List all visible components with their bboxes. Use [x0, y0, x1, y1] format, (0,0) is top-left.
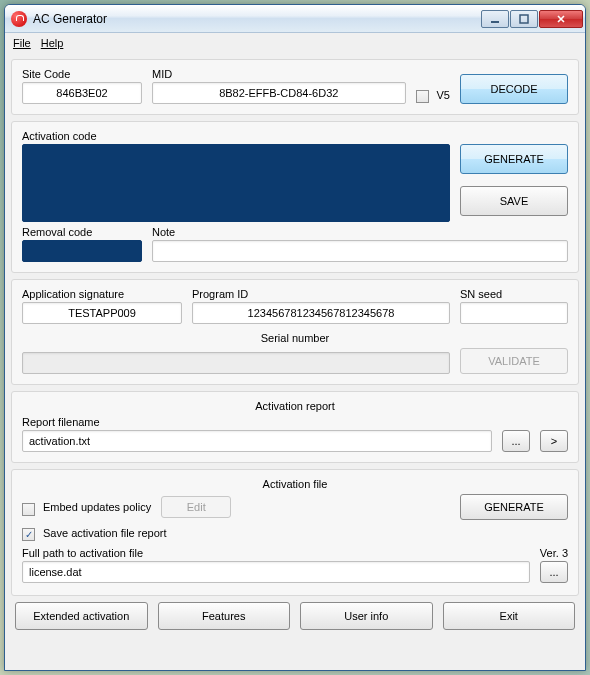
save-button[interactable]: SAVE	[460, 186, 568, 216]
signature-group: Application signature Program ID SN seed…	[11, 279, 579, 385]
menu-file[interactable]: File	[13, 37, 31, 49]
validate-button[interactable]: VALIDATE	[460, 348, 568, 374]
extended-activation-button[interactable]: Extended activation	[15, 602, 148, 630]
site-code-input[interactable]	[22, 82, 142, 104]
svg-rect-0	[491, 21, 499, 23]
site-code-label: Site Code	[22, 68, 142, 80]
fullpath-browse-button[interactable]: ...	[540, 561, 568, 583]
save-report-checkbox[interactable]	[22, 528, 35, 541]
menu-help[interactable]: Help	[41, 37, 64, 49]
window-title: AC Generator	[33, 12, 481, 26]
user-info-button[interactable]: User info	[300, 602, 433, 630]
mid-input[interactable]	[152, 82, 406, 104]
embed-checkbox[interactable]	[22, 503, 35, 516]
v5-label: V5	[437, 89, 450, 101]
app-signature-input[interactable]	[22, 302, 182, 324]
fullpath-input[interactable]	[22, 561, 530, 583]
activation-file-title: Activation file	[22, 478, 568, 490]
activation-code-group: Activation code GENERATE SAVE Removal co…	[11, 121, 579, 273]
decode-button[interactable]: DECODE	[460, 74, 568, 104]
report-filename-input[interactable]	[22, 430, 492, 452]
v5-checkbox[interactable]	[416, 90, 429, 103]
activation-report-title: Activation report	[22, 400, 568, 412]
report-go-button[interactable]: >	[540, 430, 568, 452]
note-label: Note	[152, 226, 568, 238]
removal-code-box[interactable]	[22, 240, 142, 262]
titlebar[interactable]: AC Generator	[5, 5, 585, 33]
edit-button[interactable]: Edit	[161, 496, 231, 518]
app-icon	[11, 11, 27, 27]
generate-button[interactable]: GENERATE	[460, 144, 568, 174]
bottom-toolbar: Extended activation Features User info E…	[11, 602, 579, 630]
app-signature-label: Application signature	[22, 288, 182, 300]
serial-number-label: Serial number	[22, 332, 568, 344]
note-input[interactable]	[152, 240, 568, 262]
minimize-button[interactable]	[481, 10, 509, 28]
app-window: AC Generator File Help Site Code MID	[4, 4, 586, 671]
maximize-button[interactable]	[510, 10, 538, 28]
program-id-input[interactable]	[192, 302, 450, 324]
svg-rect-1	[520, 15, 528, 23]
activation-code-label: Activation code	[22, 130, 450, 142]
report-browse-button[interactable]: ...	[502, 430, 530, 452]
close-button[interactable]	[539, 10, 583, 28]
window-controls	[481, 10, 583, 28]
program-id-label: Program ID	[192, 288, 450, 300]
fullpath-label: Full path to activation file	[22, 547, 568, 559]
sn-seed-input[interactable]	[460, 302, 568, 324]
mid-label: MID	[152, 68, 406, 80]
content-area: Site Code MID V5 DECODE Activation code	[5, 53, 585, 670]
embed-label: Embed updates policy	[43, 501, 151, 513]
decode-group: Site Code MID V5 DECODE	[11, 59, 579, 115]
features-button[interactable]: Features	[158, 602, 291, 630]
menubar: File Help	[5, 33, 585, 53]
exit-button[interactable]: Exit	[443, 602, 576, 630]
file-generate-button[interactable]: GENERATE	[460, 494, 568, 520]
activation-code-box[interactable]	[22, 144, 450, 222]
removal-code-label: Removal code	[22, 226, 142, 238]
serial-number-input	[22, 352, 450, 374]
save-report-label: Save activation file report	[43, 527, 167, 539]
report-filename-label: Report filename	[22, 416, 568, 428]
activation-file-group: Activation file Embed updates policy Edi…	[11, 469, 579, 596]
activation-report-group: Activation report Report filename ... >	[11, 391, 579, 463]
version-label: Ver. 3	[540, 547, 568, 559]
sn-seed-label: SN seed	[460, 288, 568, 300]
